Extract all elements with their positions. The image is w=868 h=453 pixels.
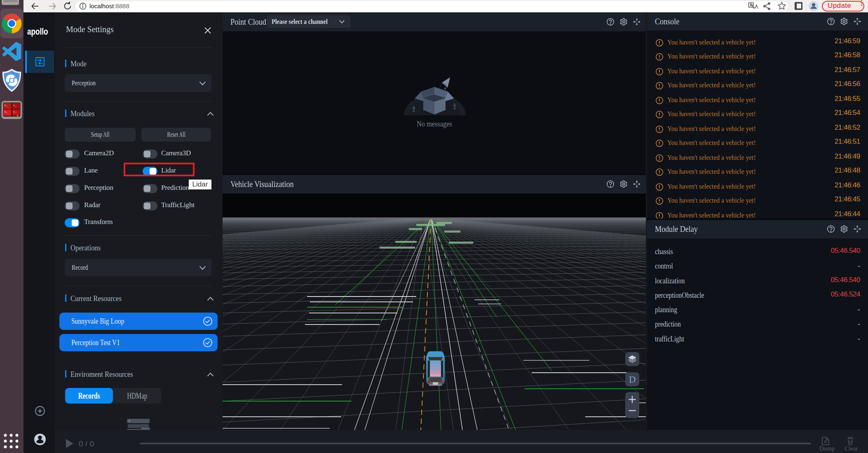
svg-text:0 / 0: 0 / 0 [79, 439, 94, 448]
svg-text:Clear: Clear [845, 445, 858, 452]
svg-text:>_: >_ [13, 104, 17, 107]
svg-text:>_: >_ [5, 110, 8, 114]
svg-text:>_: >_ [13, 110, 17, 114]
svg-text:Dump: Dump [819, 445, 835, 452]
svg-text:D: D [629, 374, 636, 385]
svg-text:>_: >_ [5, 104, 8, 107]
